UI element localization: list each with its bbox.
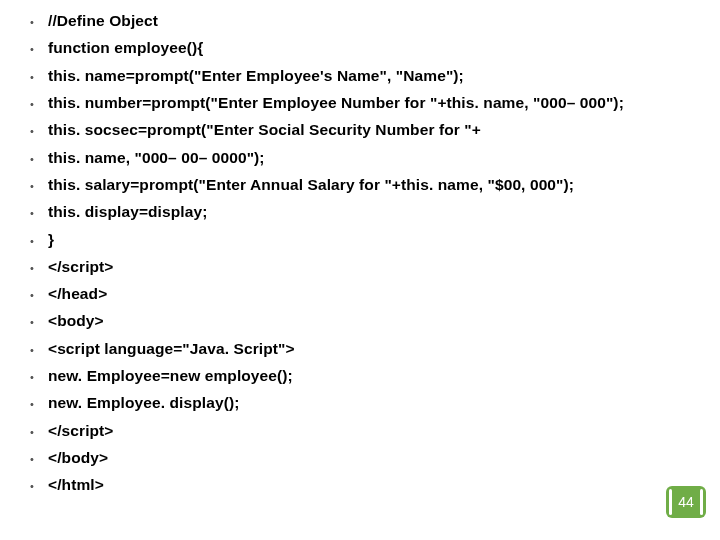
list-item: • this. number=prompt("Enter Employee Nu… — [30, 94, 710, 112]
slide-content: • //Define Object • function employee(){… — [0, 0, 720, 514]
list-item: • </script> — [30, 422, 710, 440]
code-line: this. number=prompt("Enter Employee Numb… — [48, 94, 624, 112]
code-line: } — [48, 231, 54, 249]
list-item: • this. display=display; — [30, 203, 710, 221]
bullet-icon: • — [30, 449, 48, 466]
page-number: 44 — [678, 494, 694, 510]
bullet-icon: • — [30, 312, 48, 329]
code-line: this. salary=prompt("Enter Annual Salary… — [48, 176, 574, 194]
list-item: • //Define Object — [30, 12, 710, 30]
page-number-badge: 44 — [666, 486, 706, 518]
code-line: new. Employee=new employee(); — [48, 367, 293, 385]
list-item: • this. name=prompt("Enter Employee's Na… — [30, 67, 710, 85]
list-item: • <script language="Java. Script"> — [30, 340, 710, 358]
bullet-icon: • — [30, 258, 48, 275]
list-item: • </head> — [30, 285, 710, 303]
code-line: this. name=prompt("Enter Employee's Name… — [48, 67, 464, 85]
bullet-icon: • — [30, 476, 48, 493]
bullet-icon: • — [30, 231, 48, 248]
code-line: this. name, "000– 00– 0000"); — [48, 149, 265, 167]
bullet-icon: • — [30, 285, 48, 302]
code-line: //Define Object — [48, 12, 158, 30]
bullet-icon: • — [30, 203, 48, 220]
code-line: </html> — [48, 476, 104, 494]
code-line: </body> — [48, 449, 108, 467]
bullet-icon: • — [30, 149, 48, 166]
code-line: this. display=display; — [48, 203, 207, 221]
list-item: • } — [30, 231, 710, 249]
code-line: new. Employee. display(); — [48, 394, 239, 412]
bullet-icon: • — [30, 39, 48, 56]
code-line: this. socsec=prompt("Enter Social Securi… — [48, 121, 481, 139]
list-item: • </script> — [30, 258, 710, 276]
bullet-icon: • — [30, 94, 48, 111]
list-item: • new. Employee=new employee(); — [30, 367, 710, 385]
list-item: • <body> — [30, 312, 710, 330]
list-item: • new. Employee. display(); — [30, 394, 710, 412]
code-line: <body> — [48, 312, 104, 330]
code-line: </script> — [48, 422, 114, 440]
bullet-icon: • — [30, 422, 48, 439]
list-item: • this. socsec=prompt("Enter Social Secu… — [30, 121, 710, 139]
bullet-icon: • — [30, 12, 48, 29]
list-item: • </body> — [30, 449, 710, 467]
code-line: <script language="Java. Script"> — [48, 340, 295, 358]
code-line: function employee(){ — [48, 39, 203, 57]
bullet-icon: • — [30, 367, 48, 384]
bullet-icon: • — [30, 176, 48, 193]
bullet-icon: • — [30, 121, 48, 138]
code-line: </script> — [48, 258, 114, 276]
list-item: • this. salary=prompt("Enter Annual Sala… — [30, 176, 710, 194]
code-line: </head> — [48, 285, 107, 303]
bullet-icon: • — [30, 394, 48, 411]
list-item: • </html> — [30, 476, 710, 494]
bullet-icon: • — [30, 340, 48, 357]
list-item: • this. name, "000– 00– 0000"); — [30, 149, 710, 167]
bullet-icon: • — [30, 67, 48, 84]
list-item: • function employee(){ — [30, 39, 710, 57]
